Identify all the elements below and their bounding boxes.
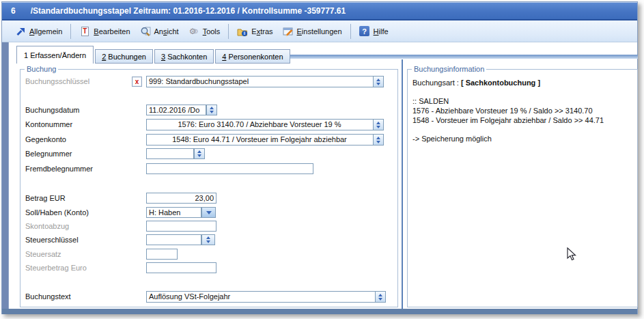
help-icon: ? (359, 26, 370, 37)
view-magnifier-icon (140, 26, 151, 37)
buchung-group-label: Buchung (25, 65, 58, 74)
title-bar: 6 /Standardbuchungsstapel Zeitraum: 01.2… (2, 2, 637, 19)
buchungsdatum-label: Buchungsdatum (25, 105, 80, 115)
tab-buchungen[interactable]: 2 Buchungen (95, 49, 153, 64)
tab-bar: 1 Erfassen/Ändern 2 Buchungen 3 Sachkont… (16, 46, 290, 64)
buchungsdatum-field[interactable]: 11.02.2016 /Do (146, 105, 206, 115)
soll-haben-dropdown[interactable]: H: Haben (146, 207, 201, 218)
spinner-icon[interactable] (373, 120, 383, 130)
window-title: /Standardbuchungsstapel Zeitraum: 01.201… (31, 6, 346, 16)
svg-text:i: i (244, 31, 245, 36)
steuerbetrag-euro-label: Steuerbetrag Euro (25, 262, 87, 273)
steuerschluessel-field[interactable] (146, 234, 201, 245)
toolbar-separator (228, 24, 229, 39)
skontoabzug-label: Skontoabzug (25, 221, 69, 232)
saldo-line: 1548 - Vorsteuer im Folgejahr abziehbar … (412, 115, 632, 125)
app-window: 6 /Standardbuchungsstapel Zeitraum: 01.2… (1, 1, 638, 314)
soll-haben-label: Soll/Haben (Konto) (25, 207, 89, 218)
spinner-icon[interactable] (201, 234, 215, 245)
tab-personenkonten[interactable]: 4 Personenkonten (215, 49, 290, 64)
spinner-icon[interactable] (375, 292, 385, 302)
clear-x-button[interactable]: x (132, 77, 142, 87)
fremdbelegnummer-field[interactable] (146, 163, 313, 174)
salden-header: :: SALDEN (412, 96, 632, 106)
buchungstext-label: Buchungstext (25, 291, 71, 302)
toolbar-separator (350, 24, 351, 39)
menu-extras[interactable]: i Extras (232, 24, 277, 39)
betrag-eur-label: Betrag EUR (25, 193, 66, 204)
spinner-icon[interactable] (373, 135, 383, 145)
steuersatz-field[interactable] (146, 249, 178, 260)
dropdown-arrow-icon[interactable] (201, 207, 216, 218)
settings-icon (283, 26, 294, 37)
buchungstext-combo[interactable]: Auflösung VSt-Folgejahr (146, 291, 386, 303)
window-left-frame (2, 42, 9, 309)
gegenkonto-label: Gegenkonto (25, 134, 66, 145)
tools-gears-icon: ⚙⚙ (188, 26, 199, 37)
skontoabzug-field[interactable] (146, 221, 216, 232)
panel-splitter[interactable] (402, 59, 403, 309)
buchungsschluessel-label: Buchungsschlüssel (25, 76, 89, 87)
spinner-icon[interactable] (373, 77, 383, 87)
status-line: -> Speicherung möglich (412, 134, 632, 143)
gegenkonto-combo[interactable]: 1548: Euro 44.71 / Vorsteuer im Folgejah… (146, 134, 384, 145)
tab-erfassen-aendern[interactable]: 1 Erfassen/Ändern (16, 46, 94, 64)
edit-icon: T (79, 26, 90, 37)
menu-toolbar: Allgemein T Bearbeiten Ansicht ⚙⚙ Tools … (2, 20, 637, 42)
belegnummer-field[interactable] (146, 148, 194, 159)
tab-sachkonten[interactable]: 3 Sachkonten (154, 49, 214, 64)
kontonummer-label: Kontonummer (25, 119, 72, 130)
toolbar-separator (70, 24, 71, 39)
stack-number: 6 (11, 6, 16, 16)
menu-tools[interactable]: ⚙⚙ Tools (184, 24, 225, 39)
menu-allgemein[interactable]: Allgemein (10, 24, 67, 39)
buchungsinformation-text: Buchungsart : [ Sachkontobuchung ] :: SA… (412, 78, 632, 143)
info-group-label: Buchungsinformation (412, 65, 486, 74)
spinner-icon[interactable] (194, 148, 205, 159)
menu-einstellungen[interactable]: Einstellungen (278, 24, 347, 39)
betrag-eur-field[interactable]: 23,00 (146, 193, 216, 204)
steuersatz-label: Steuersatz (25, 249, 61, 260)
menu-bearbeiten[interactable]: T Bearbeiten (74, 24, 135, 39)
saldo-line: 1576 - Abziehbare Vorsteuer 19 % / Saldo… (412, 106, 632, 115)
window-bottom-frame (2, 309, 637, 314)
fremdbelegnummer-label: Fremdbelegnummer (25, 163, 93, 174)
steuerschluessel-label: Steuerschlüssel (25, 234, 79, 245)
belegnummer-label: Belegnummer (25, 148, 72, 159)
steuerbetrag-euro-field[interactable] (146, 262, 216, 273)
tab-strip-line (257, 55, 638, 59)
go-arrow-icon (15, 26, 26, 37)
buchungsschluessel-combo[interactable]: 999: Standardbuchungsstapel (146, 76, 384, 87)
kontonummer-combo[interactable]: 1576: Euro 3140.70 / Abziehbare Vorsteue… (146, 119, 384, 130)
menu-ansicht[interactable]: Ansicht (135, 24, 184, 39)
menu-hilfe[interactable]: ? Hilfe (354, 24, 393, 39)
extras-folder-icon: i (237, 26, 248, 37)
buchungsart-line: Buchungsart : [ Sachkontobuchung ] (412, 78, 632, 87)
screenshot-stage: 6 /Standardbuchungsstapel Zeitraum: 01.2… (0, 0, 644, 319)
mouse-cursor (567, 247, 579, 261)
spinner-icon[interactable] (206, 105, 217, 115)
